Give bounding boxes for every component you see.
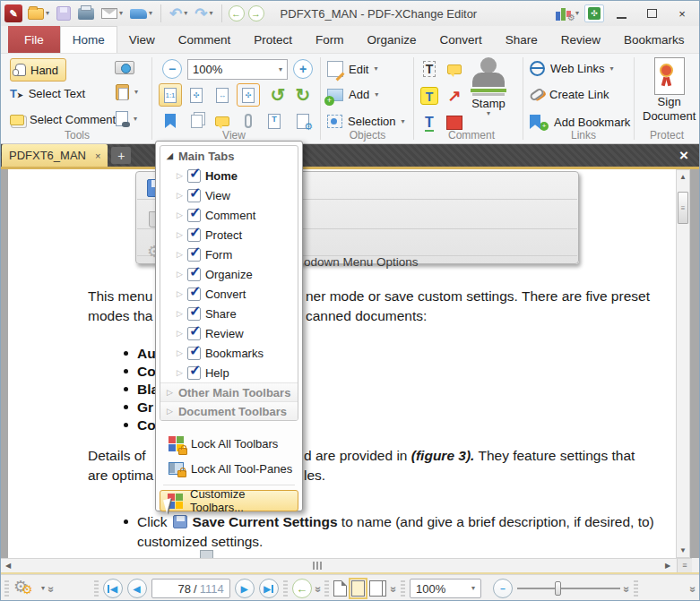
- splitter-grip[interactable]: [313, 562, 324, 570]
- first-page-button[interactable]: ◀: [103, 579, 123, 598]
- tab-view[interactable]: View: [117, 26, 167, 53]
- app-logo-icon[interactable]: ✎: [4, 4, 22, 22]
- menu-item-convert[interactable]: ▷✓Convert: [160, 284, 298, 304]
- redo-button[interactable]: ↷▾: [193, 5, 214, 22]
- expand-icon[interactable]: ▷: [177, 191, 183, 200]
- options-gears-button[interactable]: ⚙⚙: [13, 580, 37, 597]
- expand-chevron-icon[interactable]: »: [312, 587, 324, 591]
- print-button[interactable]: [76, 7, 96, 21]
- tab-home[interactable]: Home: [60, 26, 117, 53]
- checkbox-checked[interactable]: ✓: [187, 366, 201, 380]
- document-tab-active[interactable]: PDFXT6_MAN ×: [2, 144, 108, 167]
- menu-item-form[interactable]: ▷✓Form: [160, 245, 298, 264]
- tab-organize[interactable]: Organize: [356, 26, 428, 53]
- menu-item-protect[interactable]: ▷✓Protect: [160, 225, 298, 245]
- two-page-layout-button[interactable]: [369, 580, 383, 597]
- zoom-out-button[interactable]: −: [493, 579, 513, 598]
- tab-file[interactable]: File: [8, 26, 60, 53]
- pane-options-button[interactable]: [291, 109, 315, 133]
- forward-button[interactable]: →: [248, 5, 264, 21]
- expand-icon[interactable]: ▷: [177, 368, 183, 377]
- last-page-button[interactable]: ▶: [259, 579, 279, 598]
- menu-item-help[interactable]: ▷✓Help: [160, 363, 298, 382]
- highlight-tool-button[interactable]: T: [420, 87, 438, 105]
- maximize-button[interactable]: [638, 4, 665, 23]
- tab-form[interactable]: Form: [304, 26, 356, 53]
- close-button[interactable]: ×: [669, 4, 696, 23]
- stamp-button[interactable]: Stamp ▾: [471, 57, 506, 117]
- expand-icon[interactable]: ▷: [177, 348, 183, 357]
- checkbox-checked[interactable]: ✓: [187, 327, 201, 340]
- expand-icon[interactable]: ▷: [177, 171, 183, 180]
- select-comments-button[interactable]: Select Comments: [10, 113, 122, 126]
- menu-item-comment[interactable]: ▷✓Comment: [160, 205, 298, 225]
- previous-page-button[interactable]: ◀: [127, 579, 147, 598]
- tab-share[interactable]: Share: [494, 26, 549, 53]
- checkbox-checked[interactable]: ✓: [187, 347, 201, 360]
- zoom-level-combo[interactable]: 100% ▾: [187, 59, 288, 80]
- menu-item-share[interactable]: ▷✓Share: [160, 304, 298, 323]
- expand-icon[interactable]: ▷: [177, 210, 183, 219]
- page-number-input[interactable]: 78 / 1114: [151, 579, 230, 598]
- selection-button[interactable]: Selection ▾: [327, 115, 405, 128]
- expand-icon[interactable]: ▷: [177, 270, 183, 279]
- fit-width-layout-button[interactable]: [351, 580, 365, 597]
- checkbox-checked[interactable]: ✓: [187, 189, 201, 202]
- tab-bookmarks[interactable]: Bookmarks: [612, 26, 696, 53]
- tab-help[interactable]: Help: [696, 26, 700, 53]
- tab-close-icon[interactable]: ×: [95, 150, 100, 161]
- section-document-toolbars[interactable]: ▷Document Toolbars: [160, 401, 298, 420]
- menu-item-bookmarks[interactable]: ▷✓Bookmarks: [160, 343, 298, 363]
- bookmarks-pane-button[interactable]: [159, 109, 182, 133]
- create-link-button[interactable]: Create Link: [530, 88, 609, 101]
- find-button[interactable]: ▾: [116, 111, 137, 126]
- checkbox-checked[interactable]: ✓: [187, 228, 201, 242]
- lock-all-tool-panes-item[interactable]: Lock All Tool-Panes: [160, 457, 298, 480]
- expand-icon[interactable]: ▷: [177, 289, 183, 298]
- zoom-in-button[interactable]: +: [293, 59, 313, 79]
- pdf-page[interactable]: ⚙ odown Menu Options This menu ner mode …: [8, 169, 678, 558]
- menu-item-review[interactable]: ▷✓Review: [160, 323, 298, 343]
- expand-chevron-icon[interactable]: »: [45, 587, 57, 591]
- expand-icon[interactable]: ▷: [177, 230, 183, 239]
- checkbox-checked[interactable]: ✓: [187, 209, 201, 222]
- lock-all-toolbars-item[interactable]: Lock All Toolbars: [160, 432, 298, 455]
- hand-tool-button[interactable]: Hand: [10, 58, 66, 82]
- single-page-layout-button[interactable]: [333, 580, 347, 597]
- actual-size-button[interactable]: 1:1: [159, 83, 182, 107]
- scroll-right-icon[interactable]: ▶: [661, 560, 674, 571]
- checkbox-checked[interactable]: ✓: [187, 169, 201, 183]
- zoom-out-button[interactable]: −: [162, 59, 182, 79]
- scan-button[interactable]: ▾: [128, 8, 154, 20]
- add-bookmark-button[interactable]: + Add Bookmark: [530, 113, 630, 131]
- save-button[interactable]: [55, 5, 73, 21]
- fullscreen-button[interactable]: ✣: [584, 4, 604, 22]
- add-objects-button[interactable]: Add ▾: [327, 88, 378, 101]
- expand-icon[interactable]: ▷: [177, 329, 183, 338]
- tab-convert[interactable]: Convert: [428, 26, 493, 53]
- fit-width-button[interactable]: ↔: [211, 83, 234, 107]
- section-other-main-toolbars[interactable]: ▷Other Main Toolbars: [160, 382, 298, 401]
- minimize-button[interactable]: [608, 4, 635, 23]
- edit-objects-button[interactable]: Edit ▾: [327, 61, 377, 77]
- sign-document-button[interactable]: Sign Document: [643, 57, 696, 124]
- web-links-button[interactable]: Web Links ▾: [530, 61, 613, 76]
- horizontal-scrollbar[interactable]: ◀ ▶ ≡: [1, 558, 692, 572]
- rotate-cw-button[interactable]: ↻: [291, 83, 315, 107]
- checkbox-checked[interactable]: ✓: [187, 248, 201, 262]
- typewriter-tool-button[interactable]: T: [423, 61, 436, 77]
- slider-thumb[interactable]: [555, 581, 561, 596]
- expand-chevron-icon[interactable]: »: [620, 587, 633, 591]
- sticky-note-tool-button[interactable]: [447, 64, 462, 74]
- checkbox-checked[interactable]: ✓: [187, 288, 201, 301]
- main-tabs-header[interactable]: ◢ Main Tabs: [160, 146, 298, 166]
- undo-button[interactable]: ↶▾: [168, 5, 189, 22]
- tab-review[interactable]: Review: [549, 26, 612, 53]
- fit-page-button[interactable]: ✣: [185, 83, 208, 107]
- expand-chevron-icon[interactable]: »: [388, 587, 401, 591]
- ui-options-button[interactable]: ⚙ ▾: [554, 5, 581, 21]
- fit-visible-button[interactable]: ✣: [237, 83, 260, 107]
- paste-button[interactable]: ▾: [116, 84, 138, 100]
- tab-comment[interactable]: Comment: [167, 26, 243, 53]
- scroll-up-icon[interactable]: ▲: [677, 170, 689, 184]
